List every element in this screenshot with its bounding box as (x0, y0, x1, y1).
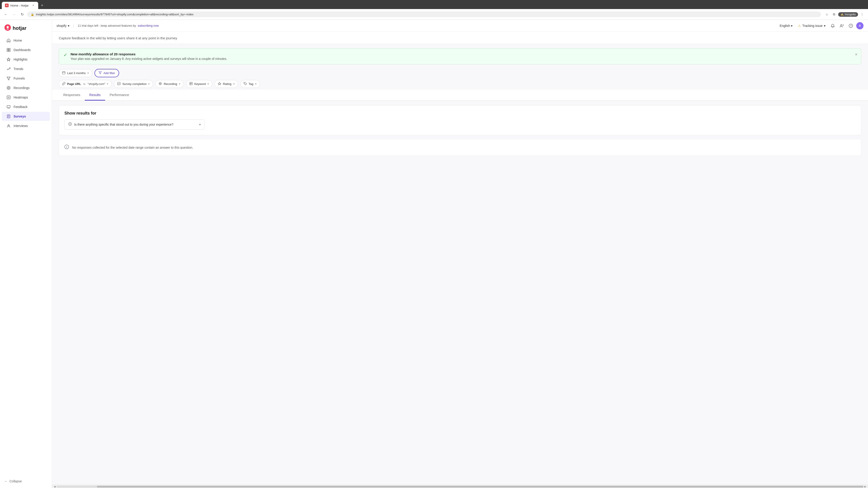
heatmaps-icon (6, 95, 11, 100)
recording-filter[interactable]: Recording ▾ (155, 80, 184, 88)
topbar-actions: English ▾ ⚠ Tracking issue ▾ ? (778, 22, 864, 29)
notification-close-button[interactable]: × (855, 52, 857, 57)
svg-rect-14 (7, 105, 10, 108)
tag-filter[interactable]: Tag ▾ (240, 80, 260, 88)
sidebar-item-trends[interactable]: Trends (2, 64, 50, 73)
tracking-issue-button[interactable]: ⚠ Tracking issue ▾ (796, 23, 827, 29)
sidebar-item-surveys[interactable]: Surveys (2, 112, 50, 121)
extensions-icon[interactable]: ⧉ (831, 11, 837, 18)
survey-completion-filter[interactable]: Survey completion ▾ (114, 80, 153, 88)
svg-marker-8 (7, 77, 10, 80)
scroll-left-button[interactable]: ◀ (53, 485, 57, 488)
add-filter-button[interactable]: Add filter (94, 69, 119, 77)
user-plus-button[interactable] (838, 22, 845, 29)
svg-marker-37 (218, 82, 221, 85)
sidebar-item-highlights[interactable]: Highlights (2, 55, 50, 64)
horizontal-scrollbar[interactable]: ◀ ▶ (52, 485, 868, 488)
sidebar-item-funnels-label: Funnels (13, 76, 25, 80)
dashboards-icon (6, 48, 11, 52)
survey-completion-label: Survey completion (122, 82, 147, 86)
help-button[interactable]: ? (847, 22, 855, 29)
notification-banner: ✓ New monthly allowance of 20 responses … (59, 48, 861, 64)
nav-bar: ← → ↻ 🔒 insights.hotjar.com/sites/381499… (0, 9, 868, 20)
browser-frame: H Home - Hotjar × + ← → ↻ 🔒 insights.hot… (0, 0, 868, 20)
tab-close-button[interactable]: × (31, 4, 35, 7)
sidebar-item-heatmaps[interactable]: Heatmaps (2, 93, 50, 102)
rating-icon (218, 82, 221, 86)
content-area: Show results for Is there anything speci… (52, 101, 868, 160)
sidebar-item-trends-label: Trends (13, 67, 23, 71)
svg-point-47 (66, 146, 67, 147)
svg-rect-5 (7, 50, 8, 52)
collapse-icon: ← (4, 480, 8, 483)
sidebar-item-recordings[interactable]: Recordings (2, 84, 50, 92)
new-tab-button[interactable]: + (39, 2, 45, 9)
active-tab[interactable]: H Home - Hotjar × (2, 2, 38, 9)
sidebar-item-funnels[interactable]: Funnels (2, 74, 50, 83)
user-avatar[interactable]: A (856, 22, 864, 29)
url-text: insights.hotjar.com/sites/3814994/survey… (36, 13, 817, 16)
date-range-filter[interactable]: Last 3 months ▾ (59, 69, 92, 77)
scroll-right-button[interactable]: ▶ (864, 485, 867, 488)
lock-icon: 🔒 (31, 13, 34, 16)
no-responses-card: No responses collected for the selected … (59, 139, 861, 156)
rating-filter[interactable]: Rating ▾ (215, 80, 238, 88)
svg-rect-4 (9, 48, 10, 50)
check-icon: ✓ (64, 52, 67, 58)
question-expand-icon: ▾ (199, 123, 201, 126)
site-chevron-icon: ▾ (68, 24, 69, 28)
scrollbar-thumb[interactable] (97, 486, 864, 488)
svg-marker-29 (99, 72, 101, 74)
notifications-button[interactable] (829, 22, 836, 29)
menu-icon[interactable]: ⋮ (859, 11, 865, 18)
logo-area: hotjar (0, 23, 52, 36)
tag-icon (244, 82, 247, 86)
notification-title: New monthly allowance of 20 responses (70, 52, 227, 56)
sidebar-item-feedback[interactable]: Feedback (2, 102, 50, 111)
rating-chevron-icon: ▾ (233, 83, 235, 86)
trends-icon (6, 67, 11, 71)
tab-performance[interactable]: Performance (105, 90, 133, 101)
filter-row-2: Page URL is "shopify.com" ▾ Survey compl… (59, 80, 861, 88)
page-url-chevron-icon: ▾ (107, 83, 108, 86)
forward-button[interactable]: → (11, 11, 17, 18)
home-icon (6, 38, 11, 43)
site-selector[interactable]: shopify ▾ (57, 24, 69, 28)
reload-button[interactable]: ↻ (19, 11, 25, 18)
trial-link[interactable]: subscribing now (138, 24, 159, 27)
interviews-icon (6, 124, 11, 128)
tab-results[interactable]: Results (85, 90, 105, 101)
page-url-filter[interactable]: Page URL is "shopify.com" ▾ (59, 80, 112, 88)
question-icon (68, 122, 72, 127)
add-filter-label: Add filter (103, 71, 115, 75)
back-button[interactable]: ← (3, 11, 9, 18)
keyword-filter[interactable]: Keyword ▾ (186, 80, 213, 88)
sidebar-item-dashboards[interactable]: Dashboards (2, 45, 50, 55)
page-subtitle: Capture feedback in the wild by letting … (59, 36, 861, 40)
svg-rect-30 (118, 82, 120, 85)
tab-responses[interactable]: Responses (59, 90, 85, 101)
recording-label: Recording (164, 82, 177, 86)
tab-title: Home - Hotjar (10, 4, 29, 7)
sidebar-item-home-label: Home (13, 39, 22, 42)
collapse-button[interactable]: ← Collapse (0, 477, 52, 485)
incognito-badge: 🕵 Incognito (838, 12, 858, 17)
filter-add-icon (98, 71, 102, 75)
sidebar-item-heatmaps-label: Heatmaps (13, 96, 28, 99)
sidebar-item-interviews[interactable]: Interviews (2, 121, 50, 130)
link-icon (62, 82, 65, 86)
language-selector[interactable]: English ▾ (778, 23, 794, 29)
sidebar-item-interviews-label: Interviews (13, 124, 28, 128)
address-bar[interactable]: 🔒 insights.hotjar.com/sites/3814994/surv… (27, 11, 821, 17)
sidebar-item-home[interactable]: Home (2, 36, 50, 45)
svg-point-32 (160, 83, 161, 84)
tracking-issue-label: Tracking issue (802, 24, 823, 28)
filters-section: Last 3 months ▾ Add filter (52, 69, 868, 88)
incognito-icon: 🕵 (840, 13, 844, 16)
survey-completion-chevron-icon: ▾ (148, 83, 150, 86)
svg-point-10 (8, 87, 9, 89)
surveys-icon (6, 114, 11, 119)
question-selector[interactable]: Is there anything specific that stood ou… (64, 119, 205, 130)
tracking-chevron-icon: ▾ (824, 24, 826, 28)
bookmark-icon[interactable]: ☆ (824, 11, 830, 18)
